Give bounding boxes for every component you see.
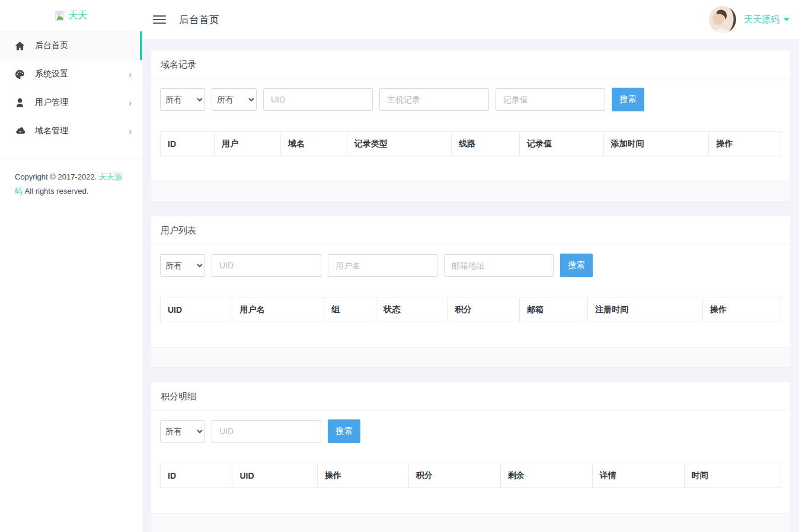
points-detail-filter-input-1[interactable] [212,420,321,443]
column-header: 组 [324,297,376,322]
table-empty-area [151,322,790,347]
palette-icon [15,69,27,79]
data-table: ID用户域名记录类型线路记录值添加时间操作 [151,131,790,156]
column-header: 积分 [408,463,500,488]
username: 天天源码 [744,14,779,25]
copyright: Copyright © 2017-2022. 天天源码 All rights r… [0,159,142,209]
domain-records-filter-input-3[interactable] [379,88,489,111]
card-points-detail: 积分明细所有搜索IDUID操作积分剩余详情时间 [151,382,790,532]
domain-records-filter-select-0[interactable]: 所有 [160,88,205,111]
column-header: 用户名 [232,297,324,322]
chevron-right-icon: › [129,127,132,136]
sidebar-item-label: 系统设置 [35,69,68,79]
card-title: 域名记录 [151,50,790,79]
card-footer [151,513,790,532]
column-header: 用户 [215,132,281,156]
copyright-text: All rights reserved. [23,187,88,196]
sidebar-item-user-management[interactable]: 用户管理› [0,88,142,117]
sidebar-item-domain-management[interactable]: ∞域名管理› [0,117,142,145]
page-title: 后台首页 [179,13,219,27]
table-empty-area [151,156,790,181]
sidebar-item-label: 后台首页 [35,40,68,51]
column-header: 操作 [709,132,781,156]
column-header: ID [161,463,232,488]
filter-row: 所有搜索 [151,245,790,286]
user-list-filter-select-0[interactable]: 所有 [160,254,205,277]
data-table: UID用户名组状态积分邮箱注册时间操作 [151,297,790,322]
avatar [709,6,736,33]
chevron-right-icon: › [129,98,132,107]
column-header: 积分 [448,297,519,322]
sidebar: 天天 后台首页系统设置›用户管理›∞域名管理› Copyright © 2017… [0,0,142,532]
column-header: 详情 [592,463,684,488]
main-area: 后台首页 天天源码 [142,0,799,532]
menu-toggle-icon[interactable] [153,15,166,24]
card-footer [151,181,790,201]
filter-row: 所有搜索 [151,411,790,452]
sidebar-menu: 后台首页系统设置›用户管理›∞域名管理› [0,31,142,145]
column-header: 添加时间 [603,132,709,156]
svg-text:∞: ∞ [18,129,21,133]
column-header: 剩余 [500,463,592,488]
column-header: 注册时间 [588,297,703,322]
filter-row: 所有所有搜索 [151,79,790,120]
user-list-filter-input-1[interactable] [212,254,321,277]
column-header: 操作 [317,463,408,488]
card-user-list: 用户列表所有搜索UID用户名组状态积分邮箱注册时间操作 [151,216,790,367]
column-header: UID [232,463,317,488]
domain-records-filter-input-4[interactable] [496,88,605,111]
sidebar-item-system-settings[interactable]: 系统设置› [0,60,142,88]
card-footer [151,347,790,367]
caret-down-icon [784,18,790,21]
table-empty-area [151,488,790,513]
card-title: 积分明细 [151,382,790,411]
column-header: 状态 [376,297,448,322]
user-list-filter-input-2[interactable] [328,254,437,277]
card-domain-records: 域名记录所有所有搜索ID用户域名记录类型线路记录值添加时间操作 [151,50,790,201]
user-icon [15,97,27,108]
app: 天天 后台首页系统设置›用户管理›∞域名管理› Copyright © 2017… [0,0,799,532]
content: 域名记录所有所有搜索ID用户域名记录类型线路记录值添加时间操作用户列表所有搜索U… [142,40,799,532]
logo[interactable]: 天天 [0,0,142,31]
chevron-right-icon: › [129,70,132,79]
sidebar-item-dashboard[interactable]: 后台首页 [0,31,142,60]
data-table: IDUID操作积分剩余详情时间 [151,463,790,488]
sidebar-item-label: 用户管理 [35,97,68,108]
domain-records-filter-select-1[interactable]: 所有 [212,88,257,111]
logo-text: 天天 [69,9,88,22]
column-header: 时间 [684,463,781,488]
column-header: 线路 [452,132,520,156]
column-header: 记录值 [520,132,603,156]
column-header: 记录类型 [347,132,452,156]
points-detail-filter-select-0[interactable]: 所有 [160,420,205,443]
user-menu[interactable]: 天天源码 [709,6,790,33]
column-header: 域名 [281,132,347,156]
copyright-text: Copyright © 2017-2022. [15,172,99,181]
top-header: 后台首页 天天源码 [142,0,799,40]
home-icon [15,40,27,51]
broken-image-icon [55,11,67,21]
column-header: 操作 [703,297,781,322]
points-detail-search-button[interactable]: 搜索 [328,419,360,443]
column-header: ID [161,132,215,156]
domain-records-search-button[interactable]: 搜索 [612,88,644,111]
user-list-search-button[interactable]: 搜索 [560,254,593,277]
sidebar-item-label: 域名管理 [35,126,68,136]
domain-records-filter-input-2[interactable] [263,88,373,111]
column-header: 邮箱 [520,297,588,322]
column-header: UID [161,297,232,322]
card-title: 用户列表 [151,216,790,245]
cloud-icon: ∞ [15,126,27,136]
user-list-filter-input-3[interactable] [444,254,554,277]
